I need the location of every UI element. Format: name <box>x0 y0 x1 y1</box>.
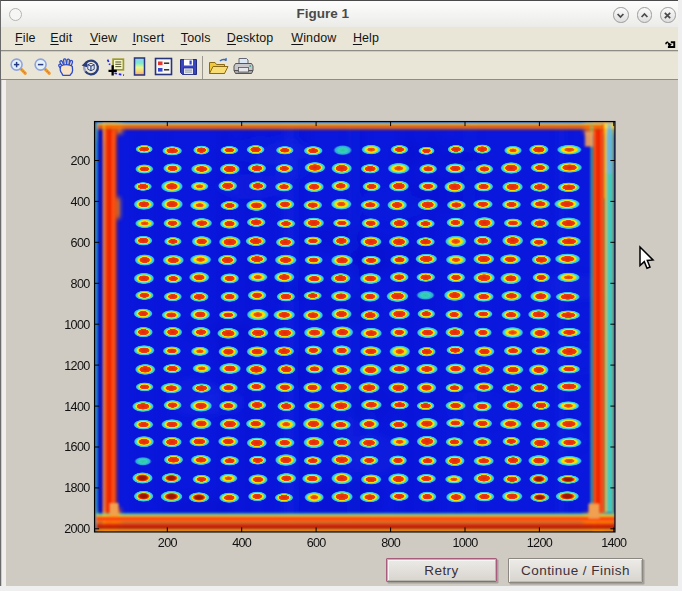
svg-text:1000: 1000 <box>64 318 90 332</box>
svg-text:1200: 1200 <box>527 536 553 550</box>
svg-text:1200: 1200 <box>64 359 90 373</box>
svg-text:200: 200 <box>158 536 178 550</box>
svg-text:200: 200 <box>71 154 91 168</box>
svg-text:2000: 2000 <box>64 522 90 536</box>
svg-text:800: 800 <box>71 277 91 291</box>
svg-text:1800: 1800 <box>64 481 90 495</box>
svg-text:400: 400 <box>71 195 91 209</box>
svg-text:600: 600 <box>71 236 91 250</box>
svg-text:400: 400 <box>232 536 252 550</box>
svg-text:800: 800 <box>381 536 401 550</box>
svg-text:1000: 1000 <box>452 536 478 550</box>
svg-text:1600: 1600 <box>64 440 90 454</box>
svg-text:1400: 1400 <box>601 536 627 550</box>
svg-text:600: 600 <box>307 536 327 550</box>
svg-text:1400: 1400 <box>64 400 90 414</box>
